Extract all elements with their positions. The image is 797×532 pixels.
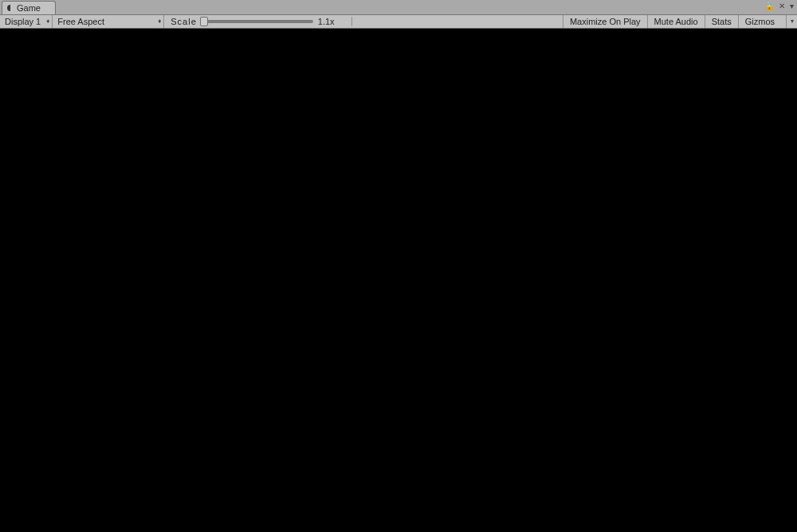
game-viewport: [0, 29, 797, 532]
scale-control: Scale 1.1x: [164, 17, 352, 26]
toolbar-right-group: Maximize On Play Mute Audio Stats Gizmos…: [563, 15, 797, 28]
game-tab-icon: [7, 4, 14, 12]
stats-label: Stats: [712, 17, 732, 26]
tab-label: Game: [17, 3, 41, 13]
display-label: Display 1: [5, 17, 41, 26]
maximize-on-play-button[interactable]: Maximize On Play: [563, 15, 647, 28]
mute-audio-button[interactable]: Mute Audio: [647, 15, 705, 28]
chevron-down-icon: ♦: [46, 18, 49, 25]
gizmos-label: Gizmos: [745, 17, 775, 26]
tab-bar-right-icons: 🔒 ✕ ▾: [764, 2, 794, 10]
game-toolbar: Display 1 ♦ Free Aspect ♦ Scale 1.1x Max…: [0, 14, 797, 29]
toolbar-spacer: [352, 15, 563, 28]
chevron-down-icon: ♦: [158, 18, 161, 25]
scale-slider[interactable]: [202, 20, 313, 23]
close-icon[interactable]: ✕: [779, 2, 785, 10]
mute-label: Mute Audio: [654, 17, 698, 26]
scale-slider-thumb[interactable]: [200, 17, 208, 26]
toolbar-left-group: Display 1 ♦ Free Aspect ♦ Scale 1.1x: [0, 15, 352, 28]
maximize-label: Maximize On Play: [570, 17, 641, 26]
tab-game[interactable]: Game: [2, 1, 56, 14]
aspect-label: Free Aspect: [57, 17, 104, 26]
scale-label: Scale: [171, 17, 197, 26]
tab-bar: Game 🔒 ✕ ▾: [0, 0, 797, 14]
aspect-dropdown[interactable]: Free Aspect ♦: [53, 15, 164, 28]
gizmos-dropdown[interactable]: Gizmos: [738, 15, 786, 28]
stats-button[interactable]: Stats: [705, 15, 738, 28]
scale-value: 1.1x: [318, 17, 345, 26]
lock-icon[interactable]: 🔒: [764, 2, 774, 10]
gizmos-dropdown-arrow[interactable]: ▾: [786, 15, 797, 28]
chevron-down-icon: ▾: [791, 18, 794, 25]
window-menu-icon[interactable]: ▾: [790, 2, 794, 10]
display-dropdown[interactable]: Display 1 ♦: [0, 15, 53, 28]
